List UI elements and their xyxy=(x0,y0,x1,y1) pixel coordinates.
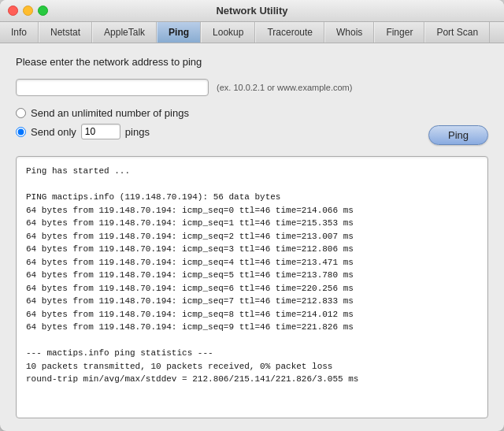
window-title: Network Utility xyxy=(216,5,287,17)
address-row: (ex. 10.0.2.1 or www.example.com) xyxy=(16,79,488,96)
tab-traceroute[interactable]: Traceroute xyxy=(255,22,324,43)
traffic-lights xyxy=(8,6,48,16)
titlebar: Network Utility xyxy=(0,0,504,22)
output-area: Ping has started ... PING mactips.info (… xyxy=(16,156,488,418)
tab-info[interactable]: Info xyxy=(0,22,39,43)
tab-whois[interactable]: Whois xyxy=(324,22,374,43)
address-hint: (ex. 10.0.2.1 or www.example.com) xyxy=(217,83,352,92)
unlimited-radio[interactable] xyxy=(16,108,26,118)
unlimited-pings-row: Send an unlimited number of pings xyxy=(16,107,488,119)
ping-panel: Please enter the network address to ping… xyxy=(0,43,504,431)
maximize-button[interactable] xyxy=(38,6,48,16)
minimize-button[interactable] xyxy=(23,6,33,16)
tab-port-scan[interactable]: Port Scan xyxy=(424,22,490,43)
address-input[interactable] xyxy=(16,79,209,96)
tab-appletalk[interactable]: AppleTalk xyxy=(92,22,157,43)
tab-bar: Info Netstat AppleTalk Ping Lookup Trace… xyxy=(0,22,504,43)
close-button[interactable] xyxy=(8,6,18,16)
tab-lookup[interactable]: Lookup xyxy=(201,22,255,43)
ping-button-row: Ping xyxy=(16,125,488,145)
tab-netstat[interactable]: Netstat xyxy=(39,22,92,43)
tab-finger[interactable]: Finger xyxy=(374,22,424,43)
tab-ping[interactable]: Ping xyxy=(157,22,201,43)
prompt-label: Please enter the network address to ping xyxy=(16,56,488,68)
ping-button[interactable]: Ping xyxy=(428,125,488,145)
main-window: Network Utility Info Netstat AppleTalk P… xyxy=(0,0,504,431)
unlimited-label: Send an unlimited number of pings xyxy=(31,107,189,119)
